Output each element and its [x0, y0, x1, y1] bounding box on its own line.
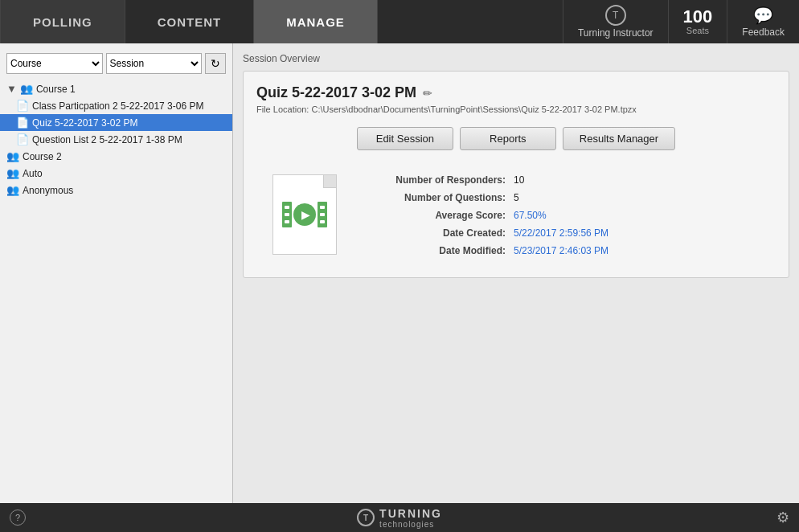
- session-details: ▶ Number of Responders: 10: [256, 166, 776, 264]
- tree-item-course1[interactable]: ▼ 👥 Course 1: [0, 80, 232, 97]
- video-file-icon: 📄: [16, 117, 29, 129]
- film-strip-left: [282, 202, 292, 227]
- refresh-button[interactable]: ↻: [205, 53, 226, 74]
- tree-item-label: Course 2: [23, 151, 62, 162]
- stat-avg-score: Average Score: 67.50%: [361, 210, 760, 221]
- session-overview-breadcrumb: Session Overview: [243, 53, 789, 64]
- responders-value: 10: [514, 174, 524, 186]
- tab-polling[interactable]: POLLING: [0, 0, 125, 43]
- seats-count: 100: [683, 8, 713, 26]
- date-modified-label: Date Modified:: [361, 245, 506, 256]
- file-thumbnail: ▶: [272, 174, 337, 255]
- tree-item-auto[interactable]: 👥 Auto: [0, 165, 232, 182]
- tree-item-label: Class Particpation 2 5-22-2017 3-06 PM: [32, 100, 203, 112]
- stat-responders: Number of Responders: 10: [361, 174, 760, 186]
- tab-content[interactable]: CONTENT: [125, 0, 255, 43]
- session-dropdown[interactable]: Session: [106, 53, 203, 74]
- sidebar: Course Session ↻ ▼ 👥 Course 1 📄 Class Pa…: [0, 43, 233, 503]
- bottom-right: ⚙: [776, 509, 789, 526]
- logo-text: TURNING technologies: [379, 507, 442, 529]
- play-button-icon: ▶: [293, 203, 316, 226]
- tree-item-label: Anonymous: [23, 185, 73, 196]
- questions-label: Number of Questions:: [361, 192, 506, 203]
- seats-label: Seats: [686, 26, 709, 35]
- group-icon: 👥: [20, 83, 33, 95]
- content-panel: Session Overview Quiz 5-22-2017 3-02 PM …: [233, 43, 799, 503]
- stat-date-created: Date Created: 5/22/2017 2:59:56 PM: [361, 227, 760, 239]
- film-hole: [285, 213, 289, 216]
- tree-item-question-list[interactable]: 📄 Question List 2 5-22-2017 1-38 PM: [0, 131, 232, 148]
- film-strip-right: [318, 202, 327, 227]
- sidebar-controls: Course Session ↻: [0, 50, 232, 80]
- tree-item-label: Course 1: [36, 84, 76, 95]
- instructor-icon-letter: T: [613, 10, 618, 21]
- tree-item-course2[interactable]: 👥 Course 2: [0, 148, 232, 165]
- group-icon: 👥: [6, 167, 19, 179]
- course-dropdown[interactable]: Course: [6, 53, 103, 74]
- session-title: Quiz 5-22-2017 3-02 PM: [256, 84, 416, 101]
- file-location: File Location: C:\Users\dbodnar\Document…: [256, 104, 776, 114]
- feedback-label: Feedback: [742, 27, 785, 38]
- stat-questions: Number of Questions: 5: [361, 192, 760, 203]
- edit-session-button[interactable]: Edit Session: [357, 127, 453, 150]
- expand-icon: ▼: [6, 83, 17, 95]
- date-created-label: Date Created:: [361, 227, 506, 239]
- seats-info: 100 Seats: [668, 0, 727, 43]
- tree-item-label: Auto: [23, 168, 43, 179]
- bottom-left: ?: [10, 509, 26, 526]
- nav-right-area: T Turning Instructor 100 Seats 💬 Feedbac…: [563, 0, 799, 43]
- session-card: Quiz 5-22-2017 3-02 PM ✏ File Location: …: [243, 71, 789, 278]
- help-button[interactable]: ?: [10, 509, 26, 526]
- main-area: Course Session ↻ ▼ 👥 Course 1 📄 Class Pa…: [0, 43, 799, 503]
- session-title-row: Quiz 5-22-2017 3-02 PM ✏: [256, 84, 776, 101]
- file-icon: 📄: [16, 100, 29, 112]
- group-icon: 👥: [6, 150, 19, 162]
- date-modified-value: 5/23/2017 2:46:03 PM: [514, 245, 608, 256]
- logo-icon: T: [357, 509, 375, 526]
- avg-score-value: 67.50%: [514, 210, 547, 221]
- tree-item-class-participation[interactable]: 📄 Class Particpation 2 5-22-2017 3-06 PM: [0, 97, 232, 114]
- film-hole: [285, 220, 289, 223]
- edit-icon[interactable]: ✏: [423, 87, 432, 100]
- bottom-bar: ? T TURNING technologies ⚙: [0, 503, 799, 532]
- tree-item-anonymous[interactable]: 👥 Anonymous: [0, 182, 232, 198]
- film-hole: [320, 213, 325, 216]
- responders-label: Number of Responders:: [361, 174, 506, 186]
- film-hole: [320, 206, 325, 209]
- feedback-button[interactable]: 💬 Feedback: [727, 0, 799, 43]
- tree-item-label: Quiz 5-22-2017 3-02 PM: [32, 117, 137, 129]
- tab-manage[interactable]: MANAGE: [254, 0, 378, 43]
- instructor-info: T Turning Instructor: [563, 0, 668, 43]
- video-icon-container: ▶: [282, 202, 327, 227]
- settings-button[interactable]: ⚙: [776, 509, 789, 526]
- date-created-value: 5/22/2017 2:59:56 PM: [514, 227, 608, 239]
- tree-item-quiz-selected[interactable]: 📄 Quiz 5-22-2017 3-02 PM: [0, 114, 232, 131]
- thumb-fold: [323, 175, 336, 188]
- instructor-label: Turning Instructor: [578, 27, 654, 39]
- avg-score-label: Average Score:: [361, 210, 506, 221]
- stat-date-modified: Date Modified: 5/23/2017 2:46:03 PM: [361, 245, 760, 256]
- questions-value: 5: [514, 192, 519, 203]
- feedback-icon: 💬: [753, 6, 773, 25]
- group-icon: 👥: [6, 184, 19, 196]
- film-hole: [320, 220, 325, 223]
- instructor-icon: T: [605, 5, 626, 26]
- tree-item-label: Question List 2 5-22-2017 1-38 PM: [32, 134, 182, 145]
- top-nav: POLLING CONTENT MANAGE T Turning Instruc…: [0, 0, 799, 43]
- bottom-logo: T TURNING technologies: [357, 507, 442, 529]
- reports-button[interactable]: Reports: [460, 127, 556, 150]
- file-icon: 📄: [16, 133, 29, 145]
- results-manager-button[interactable]: Results Manager: [563, 127, 675, 150]
- stats-grid: Number of Responders: 10 Number of Quest…: [361, 174, 760, 256]
- action-buttons: Edit Session Reports Results Manager: [256, 127, 776, 150]
- film-hole: [285, 206, 289, 209]
